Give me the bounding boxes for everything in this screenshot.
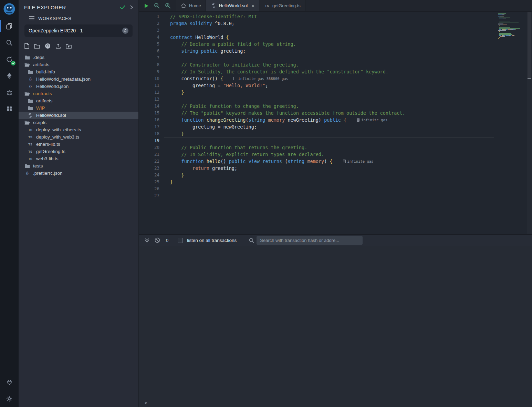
terminal-panel[interactable]: > — [139, 246, 532, 407]
code-line[interactable]: contract HelloWorld { — [164, 34, 494, 41]
line-number[interactable]: 20 — [139, 144, 159, 151]
code-line[interactable]: // Public function that returns the gree… — [164, 144, 494, 151]
deploy-run-icon[interactable] — [0, 68, 19, 84]
code-line[interactable]: // In Solidity, the constructor is defin… — [164, 68, 494, 75]
code-line[interactable] — [164, 192, 494, 199]
tab-HelloWorld.sol[interactable]: HelloWorld.sol× — [206, 0, 259, 11]
code-line[interactable]: pragma solidity ^0.8.0; — [164, 20, 494, 27]
listen-all-transactions-checkbox[interactable] — [178, 238, 183, 243]
line-number[interactable]: 1 — [139, 13, 159, 20]
plugin-manager-icon[interactable] — [0, 374, 19, 390]
tab-Home[interactable]: Home — [176, 0, 206, 11]
line-number[interactable]: 17 — [139, 123, 159, 130]
clear-icon[interactable] — [155, 237, 160, 243]
line-number[interactable]: 24 — [139, 172, 159, 179]
code-line[interactable]: } — [164, 130, 494, 137]
code-line[interactable] — [164, 27, 494, 34]
menu-icon[interactable] — [29, 16, 34, 20]
line-number[interactable]: 10 — [139, 75, 159, 82]
upload-file-icon[interactable] — [55, 43, 61, 49]
code-line[interactable] — [164, 54, 494, 61]
line-number[interactable]: 7 — [139, 54, 159, 61]
debugger-icon[interactable] — [0, 84, 19, 101]
tree-item-HelloWorld.json[interactable]: {}HelloWorld.json — [19, 83, 138, 90]
line-number[interactable]: 25 — [139, 179, 159, 185]
line-number[interactable]: 2 — [139, 20, 159, 27]
settings-gear-icon[interactable] — [0, 390, 19, 407]
code-line[interactable]: // Constructor to initialize the greetin… — [164, 61, 494, 68]
workspace-selector[interactable]: OpenZeppelin ERC20 - 1 — [24, 24, 133, 37]
tree-item-.prettierrc.json[interactable]: {}.prettierrc.json — [19, 170, 138, 177]
file-explorer-icon[interactable] — [0, 18, 19, 34]
upload-folder-icon[interactable] — [66, 43, 72, 49]
line-number[interactable]: 3 — [139, 27, 159, 34]
code-line[interactable]: // Public function to change the greetin… — [164, 103, 494, 110]
code-line[interactable] — [164, 96, 494, 103]
tree-item-HelloWorld_metadata.json[interactable]: {}HelloWorld_metadata.json — [19, 75, 138, 83]
code-editor[interactable]: 1234567891011121314151617181920212223242… — [139, 12, 532, 234]
code-line[interactable]: // Declare a public field of type string… — [164, 41, 494, 48]
code-line[interactable]: greeting = newGreeting; — [164, 123, 494, 130]
code-line[interactable]: // The "public" keyword makes the functi… — [164, 110, 494, 116]
tree-item-.deps[interactable]: .deps — [19, 54, 138, 61]
tree-item-web3-lib.ts[interactable]: TSweb3-lib.ts — [19, 155, 138, 162]
line-number[interactable]: 26 — [139, 185, 159, 192]
code-line[interactable]: function changeGreeting(string memory ne… — [164, 116, 494, 123]
code-line[interactable]: // In Solidity, explicit return types ar… — [164, 151, 494, 158]
code-line[interactable]: constructor() {infinite gas 368600 gas — [164, 75, 494, 82]
collapse-icon[interactable] — [145, 238, 149, 243]
plugin-icon[interactable] — [0, 101, 19, 117]
tree-item-tests[interactable]: tests — [19, 162, 138, 170]
line-number[interactable]: 14 — [139, 103, 159, 110]
tab-getGreeting.ts[interactable]: TSgetGreeting.ts — [259, 0, 305, 11]
search-icon[interactable] — [0, 34, 19, 51]
code-line[interactable]: } — [164, 89, 494, 96]
code-line[interactable] — [164, 185, 494, 192]
close-icon[interactable]: × — [251, 3, 254, 8]
new-file-icon[interactable] — [24, 43, 29, 49]
minimap[interactable] — [494, 12, 527, 234]
line-number[interactable]: 22 — [139, 158, 159, 165]
tree-item-HelloWorld.sol[interactable]: HelloWorld.sol — [19, 112, 138, 119]
code-line[interactable]: } — [164, 172, 494, 179]
new-folder-icon[interactable] — [34, 44, 40, 49]
terminal-search-input[interactable] — [257, 236, 363, 245]
code-line[interactable]: return greeting; — [164, 165, 494, 172]
solidity-compiler-icon[interactable] — [0, 51, 19, 68]
tree-item-WIP[interactable]: WIP — [19, 104, 138, 112]
tree-item-contracts[interactable]: contracts — [19, 90, 138, 97]
tree-item-artifacts[interactable]: artifacts — [19, 61, 138, 68]
line-number[interactable]: 8 — [139, 61, 159, 68]
line-number[interactable]: 6 — [139, 48, 159, 54]
line-number[interactable]: 19 — [139, 137, 159, 144]
line-number[interactable]: 16 — [139, 116, 159, 123]
scrollbar[interactable] — [527, 12, 532, 234]
tree-item-deploy_with_web3.ts[interactable]: TSdeploy_with_web3.ts — [19, 133, 138, 141]
tree-item-getGreeting.ts[interactable]: TSgetGreeting.ts — [19, 148, 138, 155]
tree-item-scripts[interactable]: scripts — [19, 119, 138, 126]
code-line[interactable] — [164, 137, 494, 144]
line-number[interactable]: 4 — [139, 34, 159, 41]
workspace-switch-icon[interactable] — [122, 28, 128, 34]
listen-all-transactions-label[interactable]: listen on all transactions — [187, 238, 237, 243]
github-icon[interactable] — [45, 43, 51, 49]
tree-item-artifacts[interactable]: artifacts — [19, 97, 138, 104]
line-number[interactable]: 11 — [139, 82, 159, 89]
tree-item-build-info[interactable]: build-info — [19, 68, 138, 75]
line-number[interactable]: 5 — [139, 41, 159, 48]
code-area[interactable]: // SPDX-License-Identifier: MITpragma so… — [164, 12, 494, 234]
line-number[interactable]: 21 — [139, 151, 159, 158]
code-line[interactable]: function hello() public view returns (st… — [164, 158, 494, 165]
line-number[interactable]: 18 — [139, 130, 159, 137]
scrollbar-thumb[interactable] — [528, 12, 531, 79]
code-line[interactable]: } — [164, 179, 494, 185]
chevron-right-icon[interactable] — [130, 5, 133, 9]
line-number[interactable]: 12 — [139, 89, 159, 96]
play-icon[interactable] — [144, 3, 149, 8]
check-icon[interactable] — [120, 5, 125, 9]
line-number[interactable]: 15 — [139, 110, 159, 116]
code-line[interactable]: string public greeting; — [164, 48, 494, 54]
line-number[interactable]: 13 — [139, 96, 159, 103]
code-line[interactable]: greeting = "Hello, World!"; — [164, 82, 494, 89]
zoom-in-icon[interactable] — [165, 3, 171, 9]
